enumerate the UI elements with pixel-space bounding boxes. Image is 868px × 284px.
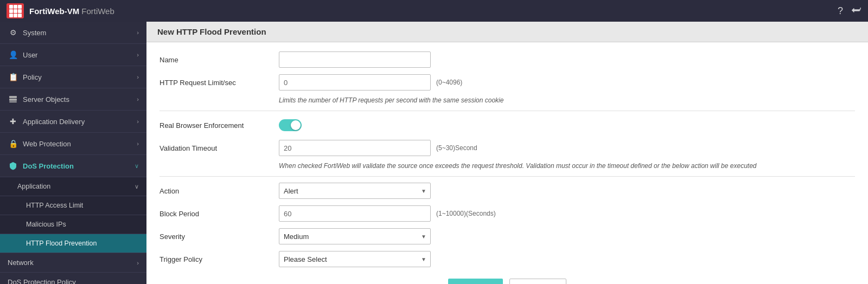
sidebar-label-malicious-ips: Malicious IPs [26, 221, 139, 228]
sub-name: FortiWeb [81, 7, 114, 16]
chevron-down-icon: ∨ [135, 163, 139, 170]
separator-2 [159, 176, 855, 177]
web-protection-icon: 🔒 [8, 138, 18, 149]
action-select[interactable]: Alert Block Send 403 Redirect Period Blo… [279, 183, 431, 199]
trigger-policy-select-wrapper: Please Select [279, 251, 431, 267]
sidebar-label-user: User [23, 51, 137, 59]
sidebar-item-network[interactable]: Network › [0, 253, 146, 273]
chevron-right-icon: › [137, 118, 139, 125]
user-icon: 👤 [8, 49, 18, 60]
sidebar-label-server-objects: Server Objects [23, 95, 137, 104]
severity-row: Severity Low Medium High [159, 228, 855, 245]
block-period-hint: (1~10000)(Seconds) [436, 210, 496, 217]
sidebar-item-http-access-limit[interactable]: HTTP Access Limit [0, 196, 146, 215]
dos-protection-icon [8, 160, 18, 171]
page-title: New HTTP Flood Prevention [146, 22, 868, 42]
sidebar-label-dos-protection: DoS Protection [23, 162, 135, 170]
validation-timeout-input[interactable] [279, 140, 431, 156]
help-icon[interactable]: ? [838, 5, 843, 17]
svg-rect-2 [9, 101, 17, 102]
chevron-right-icon: › [137, 74, 139, 80]
validation-timeout-hint: (5~30)Second [436, 144, 477, 152]
block-period-input[interactable] [279, 205, 431, 222]
svg-rect-0 [9, 96, 17, 98]
http-request-input[interactable] [279, 74, 431, 91]
sidebar-label-http-access-limit: HTTP Access Limit [26, 202, 139, 209]
sidebar-item-server-objects[interactable]: Server Objects › [0, 88, 146, 111]
sidebar-label-web-protection: Web Protection [23, 140, 137, 148]
sidebar-label-dos-protection-policy: DoS Protection Policy [8, 278, 139, 284]
real-browser-label: Real Browser Enforcement [159, 121, 279, 130]
trigger-policy-label: Trigger Policy [159, 255, 279, 263]
app-name: FortiWeb-VM [29, 7, 79, 16]
chevron-down-icon: ∨ [135, 183, 139, 190]
sidebar-item-web-protection[interactable]: 🔒 Web Protection › [0, 133, 146, 155]
validation-desc: When checked FortiWeb will validate the … [279, 162, 855, 170]
cancel-button[interactable]: Cancel [509, 279, 567, 284]
trigger-policy-row: Trigger Policy Please Select [159, 250, 855, 268]
trigger-policy-select[interactable]: Please Select [279, 251, 431, 267]
chevron-right-icon: › [137, 140, 139, 147]
sidebar-item-malicious-ips[interactable]: Malicious IPs [0, 215, 146, 234]
ok-button[interactable]: OK [448, 279, 503, 284]
http-request-desc: Limits the number of HTTP requests per s… [279, 96, 855, 104]
real-browser-row: Real Browser Enforcement [159, 117, 855, 134]
sidebar-label-http-flood-prevention: HTTP Flood Prevention [26, 240, 139, 247]
chevron-right-icon: › [137, 51, 139, 58]
sidebar-label-system: System [23, 29, 137, 37]
app-logo [7, 3, 24, 18]
severity-select[interactable]: Low Medium High [279, 228, 431, 244]
server-icon [8, 94, 18, 105]
system-icon: ⚙ [8, 27, 18, 38]
dos-sub-menu: Application ∨ HTTP Access Limit Maliciou… [0, 177, 146, 253]
chevron-right-icon: › [137, 96, 139, 102]
block-period-row: Block Period (1~10000)(Seconds) [159, 205, 855, 222]
sidebar-item-policy[interactable]: 📋 Policy › [0, 66, 146, 88]
toggle-knob [291, 120, 301, 130]
sidebar-label-application: Application [17, 183, 135, 190]
http-request-label: HTTP Request Limit/sec [159, 79, 279, 87]
real-browser-toggle[interactable] [279, 119, 302, 131]
sidebar-item-user[interactable]: 👤 User › [0, 44, 146, 66]
policy-icon: 📋 [8, 72, 18, 82]
svg-rect-1 [9, 99, 17, 101]
app-delivery-icon: ✚ [8, 116, 18, 127]
form-area: Name HTTP Request Limit/sec (0~4096) Lim… [146, 42, 868, 284]
severity-label: Severity [159, 233, 279, 241]
http-request-hint: (0~4096) [436, 79, 462, 86]
block-period-label: Block Period [159, 210, 279, 218]
sidebar-item-dos-protection-policy[interactable]: DoS Protection Policy [0, 273, 146, 284]
separator-1 [159, 111, 855, 111]
validation-timeout-row: Validation Timeout (5~30)Second [159, 139, 855, 157]
validation-timeout-label: Validation Timeout [159, 144, 279, 152]
name-input[interactable] [279, 51, 431, 68]
name-row: Name [159, 51, 855, 68]
main-content: New HTTP Flood Prevention Name HTTP Requ… [146, 22, 868, 284]
chevron-right-icon: › [137, 260, 139, 266]
logout-icon[interactable]: ⮨ [852, 5, 861, 17]
sidebar-item-dos-protection[interactable]: DoS Protection ∨ [0, 155, 146, 177]
sidebar-item-system[interactable]: ⚙ System › [0, 22, 146, 44]
action-select-wrapper: Alert Block Send 403 Redirect Period Blo… [279, 183, 431, 199]
sidebar-label-app-delivery: Application Delivery [23, 118, 137, 126]
name-label: Name [159, 56, 279, 64]
action-row: Action Alert Block Send 403 Redirect Per… [159, 182, 855, 199]
sidebar-item-http-flood-prevention[interactable]: HTTP Flood Prevention [0, 234, 146, 253]
topbar: FortiWeb-VM FortiWeb ? ⮨ [0, 0, 868, 22]
severity-select-wrapper: Low Medium High [279, 228, 431, 244]
sidebar-label-network: Network [8, 259, 137, 267]
application-sub-menu: HTTP Access Limit Malicious IPs HTTP Flo… [0, 196, 146, 253]
action-label: Action [159, 187, 279, 195]
sidebar-item-app-delivery[interactable]: ✚ Application Delivery › [0, 111, 146, 133]
sidebar-item-application[interactable]: Application ∨ [0, 177, 146, 196]
sidebar-label-policy: Policy [23, 73, 137, 81]
button-area: OK Cancel [159, 279, 855, 284]
http-request-row: HTTP Request Limit/sec (0~4096) [159, 74, 855, 91]
chevron-right-icon: › [137, 29, 139, 36]
sidebar: ⚙ System › 👤 User › 📋 Policy › Server Ob… [0, 22, 146, 284]
